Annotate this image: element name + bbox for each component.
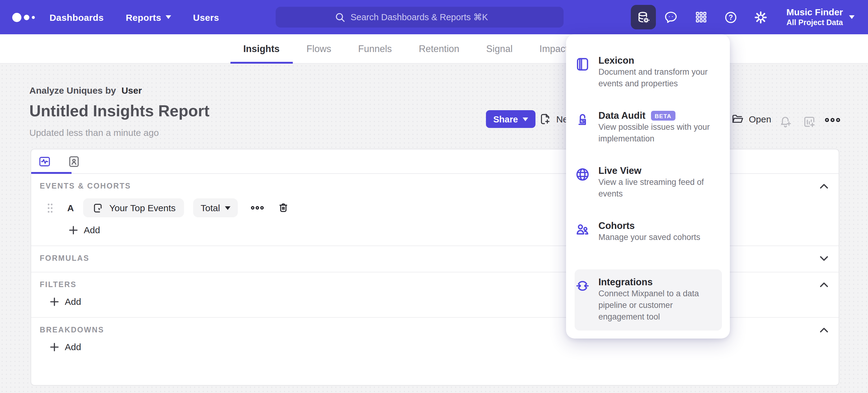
data-management-button[interactable] [631,5,656,29]
integrations-sync-icon [575,278,590,294]
tab-retention[interactable]: Retention [419,34,459,64]
cohorts-people-icon [575,222,590,237]
report-tabbar: Insights Flows Funnels Retention Signal … [0,34,868,64]
feedback-bubble-icon [664,10,678,24]
menu-item-lexicon[interactable]: Lexicon Document and transform your even… [566,49,730,104]
navbar-icon-group: ? [631,0,776,34]
tab-funnels[interactable]: Funnels [358,34,392,64]
menu-item-description: View possible issues with your implement… [598,122,710,143]
aggregation-value: Total [201,203,220,213]
section-label: EVENTS & COHORTS [40,182,131,190]
mixpanel-logo-icon[interactable] [12,0,35,34]
apps-grid-button[interactable] [686,0,716,34]
expand-section-button[interactable] [819,254,829,262]
section-label: FORMULAS [40,254,89,262]
beta-badge: BETA [651,111,675,120]
section-label: BREAKDOWNS [40,326,104,334]
chart-add-icon [803,115,816,129]
chevron-down-icon [819,255,829,262]
settings-button[interactable] [746,0,776,34]
ellipsis-icon [251,205,264,210]
add-filter-button[interactable]: Add [50,296,81,307]
main-content: Analyze Uniques byUser Untitled Insights… [0,64,868,393]
search-icon [335,12,345,22]
chevron-down-icon [166,15,171,19]
add-label: Add [84,225,100,235]
event-options-button[interactable] [251,205,264,210]
chevron-down-icon [523,117,528,121]
section-label: FILTERS [40,280,77,289]
events-view-tab[interactable] [38,155,51,168]
chevron-up-icon [819,183,829,190]
tab-impact[interactable]: Impact [539,34,568,64]
pulse-chart-icon [38,155,51,168]
menu-item-integrations[interactable]: Integrations Connect Mixpanel to a data … [575,269,722,331]
more-actions-button[interactable] [825,117,840,123]
collapse-section-button[interactable] [819,326,829,334]
apps-grid-icon [694,10,708,24]
project-selector[interactable]: Music Finder All Project Data [786,0,855,34]
plus-icon [69,226,78,234]
aggregation-selector-button[interactable]: Total [193,198,238,217]
help-icon: ? [724,10,738,24]
delete-event-button[interactable] [278,202,289,214]
feedback-button[interactable] [656,0,686,34]
tab-flows[interactable]: Flows [307,34,331,64]
add-label: Add [65,296,81,307]
share-label: Share [493,114,518,124]
nav-item-dashboards[interactable]: Dashboards [50,12,103,22]
add-to-dashboard-button[interactable] [803,115,816,129]
menu-item-live-view[interactable]: Live View View a live streaming feed of … [566,159,730,214]
folder-open-icon [731,113,744,125]
menu-item-description: Manage your saved cohorts [598,233,700,242]
live-view-globe-icon [575,167,590,183]
drag-dots-icon [47,203,53,213]
event-selector-button[interactable]: Your Top Events [83,198,184,217]
page-title[interactable]: Untitled Insights Report [29,102,209,120]
plus-icon [50,342,59,351]
collapse-section-button[interactable] [819,280,829,289]
menu-item-title: Live View [598,165,642,176]
document-add-icon [538,113,551,125]
nav-label: Dashboards [50,12,103,22]
open-report-button[interactable]: Open [731,113,771,125]
analyze-entity-selector[interactable]: User [121,85,142,95]
menu-item-description: Connect Mixpanel to a data pipeline or c… [598,289,699,321]
chevron-up-icon [819,326,829,334]
nav-label: Users [193,12,219,22]
event-tap-icon [92,202,104,214]
event-name: Your Top Events [110,203,176,213]
global-search[interactable] [276,7,564,28]
help-button[interactable]: ? [716,0,746,34]
menu-item-title: Cohorts [598,220,635,231]
open-label: Open [749,114,771,124]
data-audit-lock-icon [575,111,590,127]
nav-item-users[interactable]: Users [193,12,219,22]
create-alert-button[interactable] [779,115,793,129]
share-button[interactable]: Share [486,110,536,128]
tab-insights[interactable]: Insights [243,34,280,64]
top-navbar: Dashboards Reports Users [0,0,868,34]
drag-handle[interactable] [47,203,53,213]
tab-signal[interactable]: Signal [486,34,513,64]
updated-timestamp: Updated less than a minute ago [29,127,159,138]
analyze-by-label: Analyze Uniques by [29,85,116,95]
add-label: Add [65,342,81,352]
menu-item-data-audit[interactable]: Data Audit BETA View possible issues wit… [566,104,730,159]
add-breakdown-button[interactable]: Add [50,342,81,352]
user-profile-icon [67,155,81,168]
data-management-menu: Lexicon Document and transform your even… [566,34,730,338]
add-event-button[interactable]: Add [69,225,100,235]
profiles-view-tab[interactable] [67,155,81,168]
collapse-section-button[interactable] [819,182,829,190]
nav-item-reports[interactable]: Reports [126,12,171,22]
ellipsis-icon [825,117,840,123]
menu-item-description: Document and transform your events and p… [598,67,708,88]
project-scope: All Project Data [786,18,843,28]
search-input[interactable] [350,12,505,22]
bell-add-icon [779,115,793,129]
primary-nav: Dashboards Reports Users [50,0,219,34]
menu-item-title: Data Audit [598,110,646,121]
menu-item-cohorts[interactable]: Cohorts Manage your saved cohorts [566,214,730,269]
chevron-up-icon [819,281,829,288]
